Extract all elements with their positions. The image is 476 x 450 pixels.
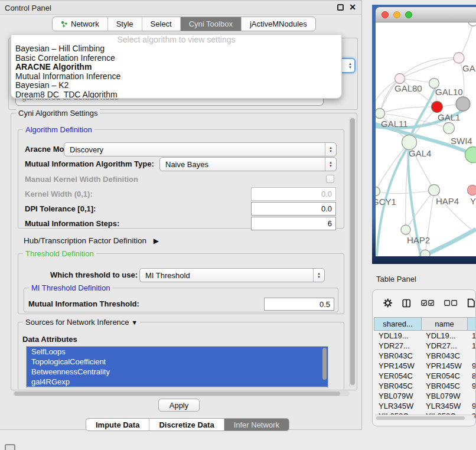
algorithm-dropdown-popup: Select algorithm to view settings Bayesi… xyxy=(11,34,342,99)
network-node[interactable] xyxy=(468,185,476,195)
tab-label: Select xyxy=(151,19,172,28)
combo-stepper-icon: ▲▼ xyxy=(313,269,324,282)
column-layout-icon[interactable] xyxy=(402,298,411,308)
network-node[interactable] xyxy=(456,97,470,111)
manual-kernel-label: Manual Kernel Width Definition xyxy=(25,175,138,184)
close-icon[interactable]: ✕ xyxy=(349,2,356,12)
network-node[interactable] xyxy=(444,123,455,134)
tab-infer-network[interactable]: Infer Network xyxy=(224,419,289,431)
network-edge[interactable] xyxy=(459,22,473,58)
combo-stepper-icon: ▲▼ xyxy=(325,143,336,156)
algorithm-option[interactable]: ARACNE Algorithm xyxy=(11,63,341,72)
table-horizontal-scrollbar[interactable] xyxy=(375,415,474,420)
network-node[interactable] xyxy=(465,147,476,163)
group-title: Algorithm Definition xyxy=(23,125,94,134)
table-row[interactable]: YDL19...YDL19...13 xyxy=(374,331,476,341)
data-attributes-list[interactable]: SelfLoopsTopologicalCoefficientBetweenne… xyxy=(26,346,328,388)
control-panel-titlebar[interactable]: Control Panel ✕ xyxy=(0,1,361,15)
network-view-window: GALGAL80GAL10GAL1GAL11SWI4GAL4GCY1HAP4YH… xyxy=(372,5,476,264)
network-node[interactable] xyxy=(376,109,385,119)
table-row[interactable]: YBL079WYBL079W xyxy=(374,391,476,401)
table-row[interactable]: YDR27...YDR27...12 xyxy=(374,341,476,351)
which-threshold-combo[interactable]: MI Threshold ▲▼ xyxy=(139,268,325,282)
column-header[interactable]: name xyxy=(421,317,467,331)
network-graph[interactable]: GALGAL80GAL10GAL1GAL11SWI4GAL4GCY1HAP4YH… xyxy=(376,22,476,256)
mac-minimize-icon[interactable] xyxy=(393,11,400,18)
mac-zoom-icon[interactable] xyxy=(405,11,412,18)
network-node[interactable] xyxy=(401,225,410,234)
hub-definition-expander[interactable]: Hub/Transcription Factor Definition ▶ xyxy=(24,236,159,245)
table-cell: 8. xyxy=(467,371,476,381)
data-attribute-item[interactable]: gal4RGexp xyxy=(27,377,328,387)
mi-type-combo[interactable]: Naive Bayes ▲▼ xyxy=(159,157,337,171)
tab-discretize-data[interactable]: Discretize Data xyxy=(149,419,224,431)
tab-impute-data[interactable]: Impute Data xyxy=(86,419,149,431)
network-node[interactable] xyxy=(376,187,380,196)
control-panel-tabbar: Network Style Select Cyni Toolbox jActiv… xyxy=(52,17,316,31)
algorithm-option[interactable]: Mutual Information Inference xyxy=(11,72,341,81)
algorithm-option-list: Bayesian – Hill ClimbingBasic Correlatio… xyxy=(11,44,341,99)
column-header[interactable]: shared... xyxy=(374,317,421,331)
manual-kernel-checkbox[interactable] xyxy=(326,175,334,183)
column-header[interactable]: A xyxy=(467,317,476,331)
mi-steps-field[interactable]: 6 xyxy=(251,217,336,230)
algorithm-option[interactable]: Dream8 DC_TDC Algorithm xyxy=(11,90,341,99)
data-attributes-label: Data Attributes xyxy=(22,335,77,344)
network-edge[interactable] xyxy=(376,190,434,194)
kernel-width-field[interactable]: 0.0 xyxy=(251,187,336,201)
combo-stepper-icon: ▲▼ xyxy=(325,158,336,171)
dpi-tolerance-label: DPI Tolerance [0,1]: xyxy=(25,204,96,213)
mac-close-icon[interactable] xyxy=(382,11,389,18)
list-vertical-scrollbar[interactable] xyxy=(322,348,327,386)
mi-steps-label: Mutual Information Steps: xyxy=(25,219,119,228)
network-node-label: GAL10 xyxy=(435,87,463,97)
settings-horizontal-scrollbar[interactable] xyxy=(13,391,350,396)
unchecked-columns-icon[interactable] xyxy=(444,299,457,306)
gear-icon[interactable] xyxy=(383,298,392,308)
algorithm-option[interactable]: Basic Correlation Inference xyxy=(11,54,341,63)
tab-jactivemnodules[interactable]: jActiveMNodules xyxy=(242,17,315,31)
data-attribute-item[interactable]: TopologicalCoefficient xyxy=(27,357,328,367)
network-edge[interactable] xyxy=(376,142,409,191)
dpi-tolerance-field[interactable]: 0.0 xyxy=(251,202,336,216)
document-icon[interactable] xyxy=(467,298,475,308)
network-node[interactable] xyxy=(468,22,476,26)
sources-expander[interactable]: Sources for Network Inference ▼ xyxy=(23,318,140,327)
minimized-panel-icon[interactable] xyxy=(5,444,15,450)
float-window-icon[interactable] xyxy=(337,4,344,11)
mi-threshold-field[interactable]: 0.5 xyxy=(264,298,334,311)
aracne-mode-combo[interactable]: Discovery ▲▼ xyxy=(64,142,337,156)
algorithm-option[interactable]: Bayesian – Hill Climbing xyxy=(11,44,341,54)
network-node[interactable] xyxy=(395,74,405,84)
checked-columns-icon[interactable] xyxy=(421,299,434,306)
network-window-titlebar[interactable] xyxy=(376,7,476,22)
settings-vertical-scrollbar[interactable] xyxy=(349,117,356,387)
algorithm-option[interactable]: Bayesian – K2 xyxy=(11,81,341,90)
table-row[interactable]: YBR043CYBR043C xyxy=(374,351,476,361)
data-attribute-item[interactable]: SelfLoops xyxy=(27,347,328,357)
network-edge[interactable] xyxy=(380,107,437,113)
table-row[interactable]: YER054CYER054C8. xyxy=(374,371,476,381)
table-cell: YDL19... xyxy=(421,331,467,341)
network-node[interactable] xyxy=(402,135,417,150)
network-node[interactable] xyxy=(429,185,440,196)
tab-cyni-toolbox[interactable]: Cyni Toolbox xyxy=(181,17,242,31)
tab-style[interactable]: Style xyxy=(108,17,142,31)
table-cell: YLR345W xyxy=(421,401,467,411)
network-canvas-area[interactable]: GALGAL80GAL10GAL1GAL11SWI4GAL4GCY1HAP4YH… xyxy=(376,22,476,256)
network-node[interactable] xyxy=(432,102,443,113)
network-node-label: GAL80 xyxy=(395,83,422,93)
table-row[interactable]: YPR145WYPR145W9. xyxy=(374,361,476,371)
table-row[interactable]: YLR345WYLR345W9. xyxy=(374,401,476,411)
data-attribute-item[interactable]: BetweennessCentrality xyxy=(27,367,328,377)
apply-button[interactable]: Apply xyxy=(158,399,200,412)
table-panel: shared...nameA YDL19...YDL19...13YDR27..… xyxy=(372,289,476,426)
table-row[interactable]: YBR045CYBR045C9. xyxy=(374,381,476,391)
network-node-label: GAL xyxy=(462,63,476,73)
network-node-label: Y xyxy=(470,196,476,206)
network-node[interactable] xyxy=(420,250,430,256)
tab-select[interactable]: Select xyxy=(142,17,181,31)
tab-network[interactable]: Network xyxy=(53,17,108,31)
network-node[interactable] xyxy=(454,53,464,63)
expander-arrow-icon: ▶ xyxy=(154,237,159,245)
